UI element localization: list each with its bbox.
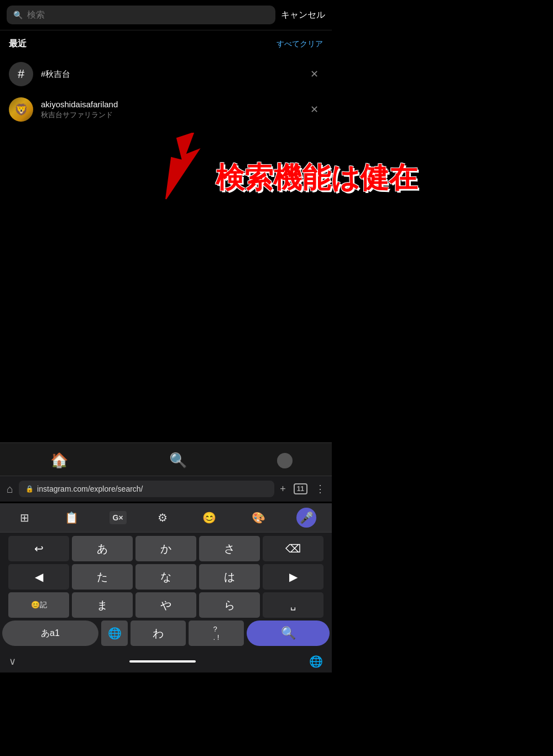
account-item-info: akiyoshidaisafariland 秋吉台サファリランド (41, 100, 298, 120)
add-tab-icon[interactable]: + (280, 483, 286, 495)
keyboard-clipboard-icon[interactable]: 📋 (60, 509, 83, 526)
key-row-4: あa1 🌐 わ ?. ! 🔍 (2, 621, 330, 646)
keyboard-palette-icon[interactable]: 🎨 (247, 509, 270, 526)
key-ka[interactable]: か (135, 536, 196, 561)
key-ya[interactable]: や (135, 592, 196, 618)
bottom-navigation: 🏠 🔍 (0, 442, 332, 478)
more-options-icon[interactable]: ⋮ (315, 483, 325, 495)
key-row-1: ↩ あ か さ ⌫ (2, 536, 330, 561)
search-bar: 🔍 キャンセル (0, 0, 332, 30)
clear-all-button[interactable]: すべてクリア (276, 39, 323, 49)
account-avatar: 🦁 (9, 97, 33, 122)
browser-home-icon[interactable]: ⌂ (7, 483, 13, 496)
keyboard-rows: ↩ あ か さ ⌫ ◀ た な は ▶ 😊記 ま や ら ␣ あa1 🌐 (0, 533, 332, 651)
key-lang-switch[interactable]: あa1 (2, 621, 98, 646)
tab-count[interactable]: 11 (294, 483, 307, 494)
key-ma[interactable]: ま (72, 592, 133, 618)
hashtag-avatar: # (9, 62, 33, 86)
list-item[interactable]: 🦁 akiyoshidaisafariland 秋吉台サファリランド ✕ (9, 92, 323, 127)
search-nav-icon[interactable]: 🔍 (158, 450, 198, 471)
account-sub: 秋吉台サファリランド (41, 110, 298, 120)
key-na[interactable]: な (135, 564, 196, 590)
key-punctuation[interactable]: ?. ! (189, 621, 244, 646)
keyboard-translate-icon[interactable]: G× (109, 511, 127, 524)
key-a[interactable]: あ (72, 536, 133, 561)
hashtag-item-info: #秋吉台 (41, 69, 298, 80)
key-backspace[interactable]: ⌫ (263, 536, 324, 561)
home-nav-icon[interactable]: 🏠 (39, 450, 79, 471)
keyboard-mic-icon[interactable]: 🎤 (296, 508, 316, 528)
key-ta[interactable]: た (72, 564, 133, 590)
key-row-3: 😊記 ま や ら ␣ (2, 592, 330, 618)
recent-header: 最近 すべてクリア (9, 38, 323, 50)
keyboard-collapse-icon[interactable]: ∨ (9, 655, 16, 668)
list-item[interactable]: # #秋吉台 ✕ (9, 56, 323, 92)
keyboard-grid-icon[interactable]: ⊞ (15, 509, 34, 526)
browser-actions: + 11 ⋮ (280, 483, 325, 495)
key-sa[interactable]: さ (199, 536, 260, 561)
cancel-button[interactable]: キャンセル (281, 9, 325, 21)
keyboard-bottom-bar: ∨ 🌐 (0, 651, 332, 672)
remove-hashtag-button[interactable]: ✕ (306, 66, 323, 82)
globe-bottom-icon[interactable]: 🌐 (309, 655, 323, 668)
recent-section: 最近 すべてクリア # #秋吉台 ✕ 🦁 akiyoshidaisafarila… (0, 30, 332, 127)
browser-url-bar[interactable]: 🔒 instagram.com/explore/search/ (19, 481, 274, 497)
keyboard-area: ⊞ 📋 G× ⚙ 😊 🎨 🎤 ↩ あ か さ ⌫ ◀ た な は ▶ 😊記 ま … (0, 503, 332, 672)
key-wa[interactable]: わ (131, 621, 186, 646)
key-right[interactable]: ▶ (263, 564, 324, 590)
keyboard-emoji-icon[interactable]: 😊 (198, 509, 221, 526)
home-indicator (129, 660, 196, 663)
url-text: instagram.com/explore/search/ (37, 484, 143, 493)
browser-chrome: ⌂ 🔒 instagram.com/explore/search/ + 11 ⋮ (0, 476, 332, 502)
keyboard-settings-icon[interactable]: ⚙ (153, 509, 172, 526)
remove-account-button[interactable]: ✕ (306, 101, 323, 118)
account-name: akiyoshidaisafariland (41, 100, 298, 109)
key-space[interactable]: ␣ (263, 592, 324, 618)
profile-nav-avatar[interactable] (277, 453, 293, 468)
search-input[interactable] (27, 10, 269, 20)
hashtag-icon: # (18, 67, 24, 81)
key-ha[interactable]: は (199, 564, 260, 590)
recent-label: 最近 (9, 38, 27, 50)
annotation-text: 検索機能は健在 (216, 160, 418, 195)
key-globe[interactable]: 🌐 (101, 621, 128, 646)
search-input-wrapper[interactable]: 🔍 (7, 6, 275, 24)
hashtag-name: #秋吉台 (41, 69, 298, 80)
key-emoji-kigo[interactable]: 😊記 (8, 592, 69, 618)
key-return[interactable]: ↩ (8, 536, 69, 561)
svg-marker-0 (166, 133, 199, 199)
lock-icon: 🔒 (25, 485, 34, 493)
key-row-2: ◀ た な は ▶ (2, 564, 330, 590)
key-search[interactable]: 🔍 (247, 621, 330, 646)
search-icon: 🔍 (13, 11, 23, 19)
lang-label: あa1 (41, 628, 60, 639)
keyboard-toolbar: ⊞ 📋 G× ⚙ 😊 🎨 🎤 (0, 503, 332, 533)
key-ra[interactable]: ら (199, 592, 260, 618)
key-left[interactable]: ◀ (8, 564, 69, 590)
